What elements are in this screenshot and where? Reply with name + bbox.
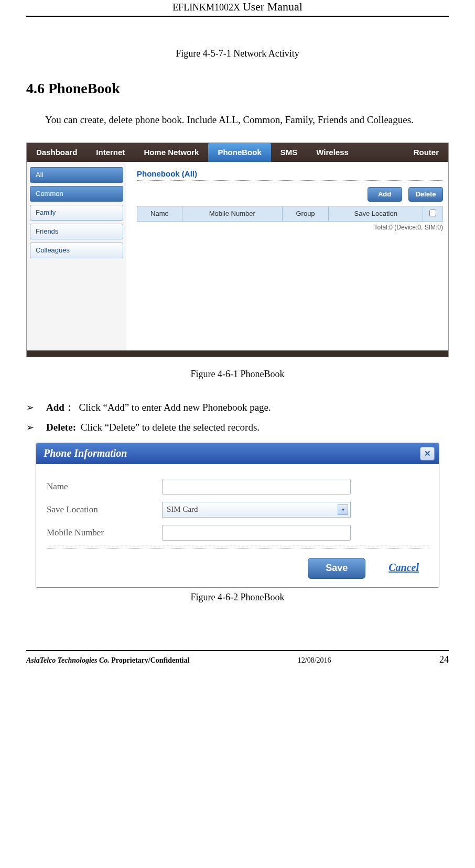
nav-item-internet[interactable]: Internet bbox=[87, 143, 134, 162]
doc-title-part-a: EFLINKM1002X bbox=[172, 2, 240, 13]
bullet-delete: ➢ Delete: Click “Delete” to delete the s… bbox=[26, 422, 449, 433]
doc-title-part-b: User Manual bbox=[243, 0, 303, 13]
nav-item-wireless[interactable]: Wireless bbox=[307, 143, 358, 162]
phone-info-dialog-screenshot: Phone Information ✕ Name Save Location S… bbox=[36, 443, 439, 588]
name-input[interactable] bbox=[162, 479, 351, 495]
footer-company: AsiaTelco Technologies Co. bbox=[26, 656, 110, 664]
save-location-select[interactable]: SIM Card ▾ bbox=[162, 502, 351, 518]
footer-date: 12/08/2016 bbox=[298, 656, 331, 665]
separator bbox=[137, 180, 443, 181]
section-heading: 4.6 PhoneBook bbox=[26, 80, 449, 97]
col-group: Group bbox=[282, 206, 329, 221]
doc-running-header: EFLINKM1002X User Manual bbox=[26, 0, 449, 17]
sidebar: All Common Family Friends Colleagues bbox=[27, 162, 126, 350]
row-mobile-number: Mobile Number bbox=[47, 525, 428, 541]
nav-item-home-network[interactable]: Home Network bbox=[134, 143, 208, 162]
name-label: Name bbox=[47, 481, 162, 492]
phonebook-table: Name Mobile Number Group Save Location bbox=[137, 206, 443, 222]
delete-button[interactable]: Delete bbox=[408, 187, 443, 202]
figure-caption-prev: Figure 4-5-7-1 Network Activity bbox=[26, 48, 449, 59]
totals-line: Total:0 (Device:0, SIM:0) bbox=[137, 224, 443, 231]
screenshot-footer-bar bbox=[27, 350, 448, 357]
footer-page-number: 24 bbox=[439, 654, 449, 665]
bullet-add-text: Click “Add” to enter Add new Phonebook p… bbox=[79, 402, 271, 413]
close-icon[interactable]: ✕ bbox=[420, 447, 435, 460]
nav-item-sms[interactable]: SMS bbox=[271, 143, 307, 162]
dialog-title-text: Phone Information bbox=[44, 447, 127, 459]
bullet-arrow-icon: ➢ bbox=[26, 422, 46, 433]
section-intro: You can create, delete phone book. Inclu… bbox=[26, 113, 449, 128]
col-mobile-number: Mobile Number bbox=[182, 206, 282, 221]
bullet-arrow-icon: ➢ bbox=[26, 402, 46, 413]
bullet-add: ➢ Add： Click “Add” to enter Add new Phon… bbox=[26, 401, 449, 414]
col-save-location: Save Location bbox=[329, 206, 423, 221]
col-name: Name bbox=[137, 206, 182, 221]
nav-item-phonebook[interactable]: PhoneBook bbox=[208, 143, 271, 162]
bullet-delete-text: Click “Delete” to delete the selected re… bbox=[81, 422, 260, 433]
dialog-titlebar: Phone Information ✕ bbox=[36, 443, 439, 464]
router-admin-screenshot: Dashboard Internet Home Network PhoneBoo… bbox=[26, 142, 449, 357]
table-header-row: Name Mobile Number Group Save Location bbox=[137, 206, 443, 221]
row-save-location: Save Location SIM Card ▾ bbox=[47, 502, 428, 518]
dialog-separator bbox=[47, 548, 428, 548]
figure-caption-1: Figure 4-6-1 PhoneBook bbox=[26, 369, 449, 380]
select-all-checkbox[interactable] bbox=[429, 210, 436, 216]
bullet-add-label: Add： bbox=[46, 402, 74, 413]
save-location-value: SIM Card bbox=[167, 505, 198, 514]
sidebar-item-friends[interactable]: Friends bbox=[30, 224, 123, 239]
panel-title: Phonebook (All) bbox=[137, 169, 443, 178]
sidebar-item-family[interactable]: Family bbox=[30, 205, 123, 221]
save-location-label: Save Location bbox=[47, 504, 162, 515]
top-nav: Dashboard Internet Home Network PhoneBoo… bbox=[27, 143, 448, 162]
main-panel: Phonebook (All) Add Delete Name Mobile N… bbox=[126, 162, 448, 350]
cancel-link[interactable]: Cancel bbox=[388, 562, 419, 574]
row-name: Name bbox=[47, 479, 428, 495]
sidebar-item-common[interactable]: Common bbox=[30, 186, 123, 202]
figure-caption-2: Figure 4-6-2 PhoneBook bbox=[26, 592, 449, 603]
bullet-delete-label: Delete: bbox=[46, 422, 76, 433]
nav-item-router[interactable]: Router bbox=[404, 143, 448, 162]
nav-item-dashboard[interactable]: Dashboard bbox=[27, 143, 87, 162]
chevron-down-icon: ▾ bbox=[338, 504, 348, 515]
footer-classification: Proprietary/Confidential bbox=[111, 656, 189, 664]
page-footer: AsiaTelco Technologies Co. Proprietary/C… bbox=[26, 650, 449, 665]
bullet-list: ➢ Add： Click “Add” to enter Add new Phon… bbox=[26, 401, 449, 433]
sidebar-item-all[interactable]: All bbox=[30, 167, 123, 183]
mobile-number-input[interactable] bbox=[162, 525, 351, 541]
sidebar-item-colleagues[interactable]: Colleagues bbox=[30, 243, 123, 258]
save-button[interactable]: Save bbox=[308, 558, 365, 579]
add-button[interactable]: Add bbox=[368, 187, 402, 202]
col-select-all bbox=[423, 206, 443, 221]
mobile-number-label: Mobile Number bbox=[47, 528, 162, 538]
